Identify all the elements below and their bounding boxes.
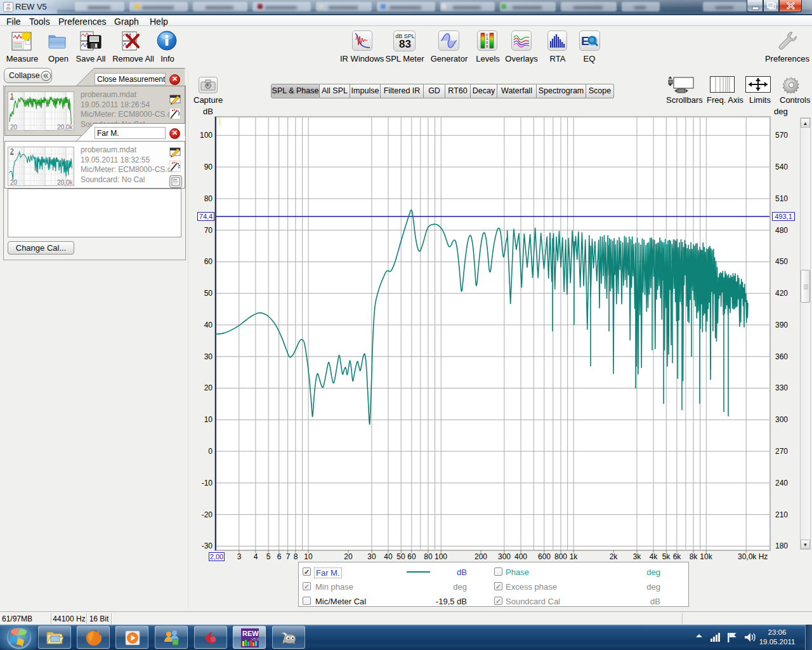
svg-text:1: 1 xyxy=(10,93,14,100)
svg-text:9: 9 xyxy=(486,44,488,48)
svg-text:2: 2 xyxy=(10,148,14,155)
svg-text:V5.0: V5.0 xyxy=(251,637,259,641)
svg-text:REW: REW xyxy=(242,630,259,637)
svg-text:20: 20 xyxy=(10,179,18,186)
svg-text:20,0k: 20,0k xyxy=(57,179,73,186)
